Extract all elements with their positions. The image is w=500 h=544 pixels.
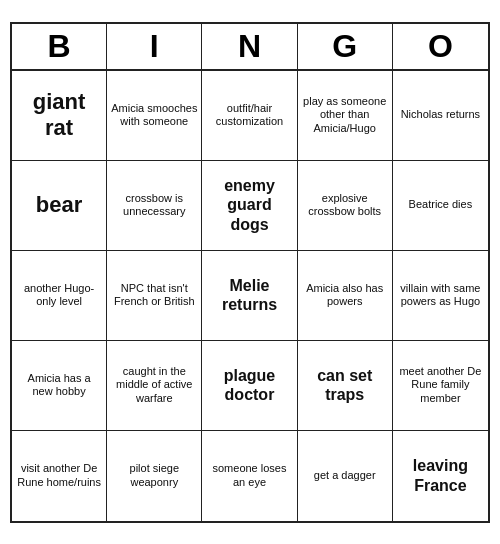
bingo-cell: visit another De Rune home/ruins <box>12 431 107 521</box>
bingo-cell: crossbow is unnecessary <box>107 161 202 251</box>
bingo-cell: leaving France <box>393 431 488 521</box>
bingo-cell: caught in the middle of active warfare <box>107 341 202 431</box>
bingo-cell: NPC that isn't French or British <box>107 251 202 341</box>
bingo-cell: bear <box>12 161 107 251</box>
bingo-cell: Amicia has a new hobby <box>12 341 107 431</box>
bingo-cell: pilot siege weaponry <box>107 431 202 521</box>
bingo-header: BINGO <box>12 24 488 71</box>
bingo-cell: meet another De Rune family member <box>393 341 488 431</box>
bingo-cell: someone loses an eye <box>202 431 297 521</box>
bingo-cell: another Hugo-only level <box>12 251 107 341</box>
bingo-cell: Amicia smooches with someone <box>107 71 202 161</box>
header-letter: O <box>393 24 488 69</box>
bingo-cell: outfit/hair customization <box>202 71 297 161</box>
header-letter: I <box>107 24 202 69</box>
bingo-cell: Beatrice dies <box>393 161 488 251</box>
bingo-cell: giant rat <box>12 71 107 161</box>
bingo-cell: Nicholas returns <box>393 71 488 161</box>
bingo-cell: Melie returns <box>202 251 297 341</box>
bingo-cell: Amicia also has powers <box>298 251 393 341</box>
header-letter: B <box>12 24 107 69</box>
bingo-cell: play as someone other than Amicia/Hugo <box>298 71 393 161</box>
bingo-cell: villain with same powers as Hugo <box>393 251 488 341</box>
header-letter: N <box>202 24 297 69</box>
bingo-cell: enemy guard dogs <box>202 161 297 251</box>
bingo-cell: can set traps <box>298 341 393 431</box>
header-letter: G <box>298 24 393 69</box>
bingo-card: BINGO giant ratAmicia smooches with some… <box>10 22 490 523</box>
bingo-cell: explosive crossbow bolts <box>298 161 393 251</box>
bingo-cell: get a dagger <box>298 431 393 521</box>
bingo-grid: giant ratAmicia smooches with someoneout… <box>12 71 488 521</box>
bingo-cell: plague doctor <box>202 341 297 431</box>
